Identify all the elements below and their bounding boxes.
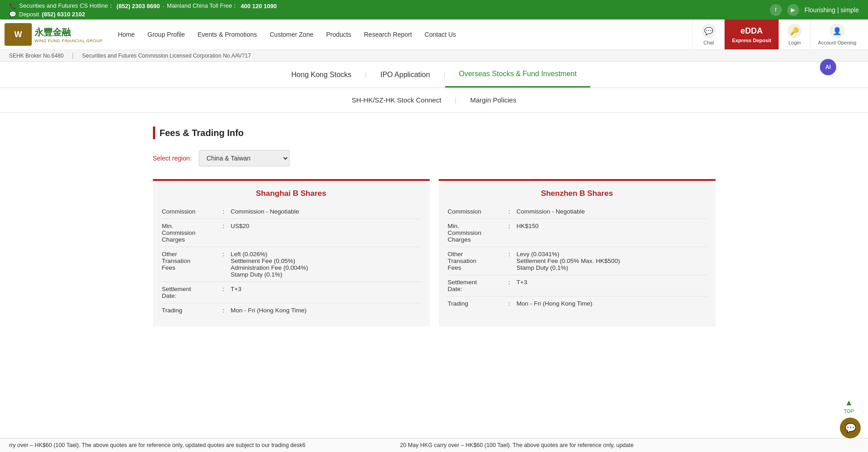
shenzhen-fees-row: OtherTransationFees : Levy (0.0341%) Set…: [448, 247, 706, 275]
colon7: :: [507, 223, 512, 229]
edda-sublabel: Express Deposit: [732, 38, 771, 43]
nav-customer-zone[interactable]: Customer Zone: [263, 26, 319, 43]
broker-info: SEHK Broker No.6480: [9, 53, 64, 59]
cards-container: Shanghai B Shares Commission : Commissio…: [153, 179, 716, 326]
info-bar: SEHK Broker No.6480 Securities and Futur…: [0, 50, 868, 62]
shenzhen-commission-row: Commission : Commission - Negotiable: [448, 204, 706, 219]
logo-chinese: 永豐金融: [34, 26, 103, 39]
shenzhen-trading-row: Trading : Mon - Fri (Hong Kong Time): [448, 296, 706, 311]
shenzhen-trading-value: Mon - Fri (Hong Kong Time): [516, 300, 706, 307]
tab-hk-stocks[interactable]: Hong Kong Stocks: [278, 63, 365, 87]
region-dropdown[interactable]: China & Taiwan USA Japan UK Others: [199, 150, 289, 166]
chat-icon: 💬: [701, 24, 716, 38]
hotline-label: Securities and Futures CS Hotline：: [19, 2, 114, 10]
phone-icon: 📞: [9, 3, 16, 10]
sub-nav-row2: SH-HK/SZ-HK Stock Connect | Margin Polic…: [0, 88, 868, 113]
shenzhen-commission-label: Commission: [448, 208, 502, 215]
shenzhen-b-card: Shenzhen B Shares Commission : Commissio…: [439, 179, 716, 326]
licensed-info: Securities and Futures Commission Licens…: [73, 53, 251, 59]
colon4: :: [221, 286, 226, 292]
shenzhen-min-label: Min.CommissionCharges: [448, 223, 502, 243]
chat-button[interactable]: 💬 Chat: [692, 19, 724, 49]
page-content: Fees & Trading Info Select region: China…: [117, 113, 752, 340]
hotline-number: (852) 2303 8690: [117, 3, 160, 10]
nav-events-promotions[interactable]: Events & Promotions: [191, 26, 264, 43]
nav-home[interactable]: Home: [112, 26, 141, 43]
shenzhen-fees-value: Levy (0.0341%) Settlement Fee (0.05% Max…: [516, 251, 706, 271]
logo-english: WING FUNG FINANCIAL GROUP: [34, 39, 103, 43]
colon10: :: [507, 300, 512, 307]
shanghai-trading-row: Trading : Mon - Fri (Hong Kong Time): [162, 303, 421, 317]
whatsapp-icon: 💬: [9, 11, 16, 18]
shanghai-commission-label: Commission: [162, 208, 216, 215]
colon3: :: [221, 251, 226, 258]
shanghai-commission-row: Commission : Commission - Negotiable: [162, 204, 421, 219]
title-bar-decoration: [153, 126, 155, 139]
nav-research-report[interactable]: Research Report: [358, 26, 418, 43]
account-icon: 👤: [830, 24, 844, 38]
shanghai-fees-label: OtherTransationFees: [162, 251, 216, 271]
nav-products[interactable]: Products: [320, 26, 358, 43]
edda-logo: eDDA: [740, 26, 763, 36]
youtube-icon[interactable]: ▶: [787, 4, 799, 16]
tab-overseas[interactable]: Overseas Stocks & Fund Investment: [445, 62, 590, 87]
social-links: f ▶ Flourishing | simple: [770, 4, 859, 16]
shanghai-fees-value: Left (0.026%) Settlement Fee (0.05%) Adm…: [230, 251, 420, 278]
shenzhen-min-commission-row: Min.CommissionCharges : HK$150: [448, 219, 706, 247]
region-label: Select region:: [153, 155, 192, 162]
shenzhen-commission-value: Commission - Negotiable: [516, 208, 706, 215]
ai-assistant-badge[interactable]: AI: [820, 59, 836, 75]
login-icon: 🔑: [787, 24, 802, 38]
mainland-label: Mainland China Toll Free：: [167, 2, 238, 10]
login-button[interactable]: 🔑 Login: [779, 19, 810, 49]
shenzhen-settlement-label: SettlementDate:: [448, 279, 502, 292]
shanghai-settlement-label: SettlementDate:: [162, 286, 216, 299]
colon8: :: [507, 251, 512, 258]
shanghai-b-card: Shanghai B Shares Commission : Commissio…: [153, 179, 430, 326]
shanghai-settlement-value: T+3: [230, 286, 420, 292]
tab-margin-policies[interactable]: Margin Policies: [456, 88, 530, 112]
shanghai-trading-value: Mon - Fri (Hong Kong Time): [230, 307, 420, 314]
colon6: :: [507, 208, 512, 215]
contact-info: 📞 Securities and Futures CS Hotline： (85…: [9, 2, 277, 18]
shenzhen-min-value: HK$150: [516, 223, 706, 229]
shanghai-min-label: Min.CommissionCharges: [162, 223, 216, 243]
shenzhen-trading-label: Trading: [448, 300, 502, 307]
nav-contact-us[interactable]: Contact Us: [418, 26, 462, 43]
logo: W 永豐金融 WING FUNG FINANCIAL GROUP: [5, 23, 103, 46]
mainland-number: 400 120 1090: [240, 3, 277, 10]
shanghai-card-title: Shanghai B Shares: [153, 181, 430, 204]
facebook-icon[interactable]: f: [770, 4, 782, 16]
sub-nav-row1: Hong Kong Stocks | IPO Application | Ove…: [0, 62, 868, 88]
logo-text: 永豐金融 WING FUNG FINANCIAL GROUP: [34, 26, 103, 43]
nav-group-profile[interactable]: Group Profile: [141, 26, 191, 43]
deposit-number: (852) 6310 2102: [42, 11, 85, 18]
colon5: :: [221, 307, 226, 314]
deposit-label: Deposit: [19, 11, 39, 18]
colon9: :: [507, 279, 512, 286]
logo-area[interactable]: W 永豐金融 WING FUNG FINANCIAL GROUP: [5, 19, 112, 49]
hotline-line: 📞 Securities and Futures CS Hotline： (85…: [9, 2, 277, 10]
main-nav: Home Group Profile Events & Promotions C…: [112, 19, 462, 49]
brand-tagline: Flourishing | simple: [804, 6, 859, 14]
account-opening-button[interactable]: 👤 Account Opening: [810, 19, 863, 49]
shenzhen-fees-label: OtherTransationFees: [448, 251, 502, 271]
tab-ipo[interactable]: IPO Application: [367, 63, 443, 87]
section-title-text: Fees & Trading Info: [160, 128, 244, 138]
shanghai-min-value: US$20: [230, 223, 420, 229]
deposit-line: 💬 Deposit (852) 6310 2102: [9, 11, 277, 18]
shenzhen-settlement-row: SettlementDate: : T+3: [448, 275, 706, 296]
tab-stock-connect[interactable]: SH-HK/SZ-HK Stock Connect: [338, 88, 455, 112]
main-header: W 永豐金融 WING FUNG FINANCIAL GROUP Home Gr…: [0, 19, 868, 50]
top-bar: 📞 Securities and Futures CS Hotline： (85…: [0, 0, 868, 19]
account-label: Account Opening: [818, 40, 856, 45]
nav-actions: 💬 Chat eDDA Express Deposit 🔑 Login 👤 Ac…: [692, 19, 863, 49]
edda-button[interactable]: eDDA Express Deposit: [724, 19, 778, 49]
colon1: :: [221, 208, 226, 215]
colon2: :: [221, 223, 226, 229]
shenzhen-card-body: Commission : Commission - Negotiable Min…: [439, 204, 716, 311]
shanghai-trading-label: Trading: [162, 307, 216, 314]
shanghai-min-commission-row: Min.CommissionCharges : US$20: [162, 219, 421, 247]
shanghai-commission-value: Commission - Negotiable: [230, 208, 420, 215]
chat-label: Chat: [703, 40, 714, 45]
